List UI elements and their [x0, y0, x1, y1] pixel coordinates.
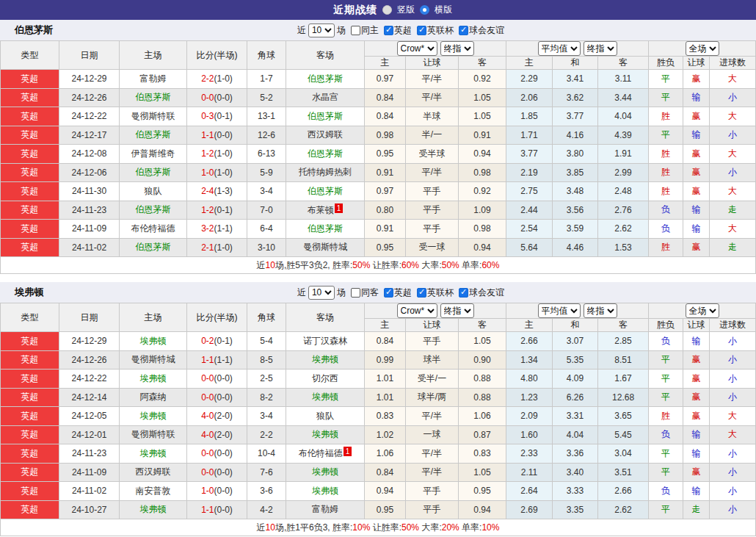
- away-team: 埃弗顿: [286, 350, 365, 370]
- fulltime-select[interactable]: 全场: [686, 41, 719, 56]
- handicap-odds-home: 0.84: [365, 332, 406, 351]
- home-team: 曼彻斯特城: [120, 350, 187, 370]
- match-row: 英超24-12-26曼彻斯特城1-1(1-1)8-5埃弗顿0.99球半0.901…: [1, 350, 756, 370]
- league-epl-checkbox[interactable]: [384, 26, 393, 35]
- league-epl-checkbox[interactable]: [384, 288, 393, 298]
- match-row: 英超24-10-27埃弗顿1-1(0-0)4-2富勒姆0.95平手0.942.6…: [1, 500, 756, 519]
- league-epl-label[interactable]: 英超: [394, 286, 412, 299]
- away-team: 切尔西: [286, 370, 365, 389]
- league-type-badge: 英超: [1, 463, 59, 482]
- league-cup-label[interactable]: 英联杯: [427, 24, 454, 37]
- odds-source-select[interactable]: Crow*: [397, 41, 437, 56]
- result-cell: 赢: [683, 163, 710, 182]
- same-venue-label[interactable]: 同主: [361, 24, 379, 37]
- horizontal-layout-radio[interactable]: [420, 5, 429, 15]
- section-header-everton: 埃弗顿 近 10 场 同客 英超 英联杯 球会友谊: [0, 282, 756, 303]
- recent-count-select[interactable]: 10: [308, 286, 335, 300]
- handicap-odds-away: 1.05: [459, 107, 506, 126]
- result-cell: 胜: [649, 407, 683, 426]
- average-select[interactable]: 平均值: [538, 303, 581, 318]
- vertical-layout-radio[interactable]: [382, 5, 392, 15]
- col-wdl: 胜负: [649, 57, 683, 70]
- odds-time-select[interactable]: 终指: [440, 303, 474, 318]
- avg-odds-home: 2.19: [506, 163, 553, 182]
- handicap-line: 球半: [406, 350, 459, 370]
- handicap-line: 球半/两: [406, 388, 459, 407]
- col-hcp-away: 客: [459, 319, 506, 332]
- avg-odds-draw: 4.16: [553, 126, 598, 145]
- average-select[interactable]: 平均值: [538, 41, 581, 56]
- col-hcp-home: 主: [365, 57, 406, 70]
- result-cell: 小: [710, 463, 756, 482]
- match-row: 英超24-12-01曼彻斯特联4-0(2-0)2-2埃弗顿1.02一球0.871…: [1, 425, 756, 444]
- league-type-badge: 英超: [1, 220, 59, 239]
- red-card-badge: 1: [344, 447, 352, 456]
- handicap-line: 平手: [406, 332, 459, 351]
- match-score: 1-0(0-0): [187, 482, 247, 501]
- handicap-odds-home: 0.95: [365, 145, 406, 164]
- avg-odds-draw: 3.48: [553, 182, 598, 201]
- odds-time-select[interactable]: 终指: [440, 41, 474, 56]
- match-score: 0-0(0-0): [187, 88, 247, 107]
- league-friendly-label[interactable]: 球会友谊: [469, 286, 504, 299]
- corner-score: 7-0: [247, 201, 286, 220]
- handicap-line: 受半球: [406, 145, 459, 164]
- match-date: 24-12-29: [59, 332, 120, 351]
- result-cell: 输: [683, 201, 710, 220]
- match-score: 0-2(0-1): [187, 332, 247, 351]
- same-venue-checkbox[interactable]: [351, 288, 360, 298]
- league-cup-checkbox[interactable]: [417, 288, 426, 298]
- handicap-odds-away: 0.98: [459, 163, 506, 182]
- match-date: 24-10-27: [59, 500, 120, 519]
- result-cell: 平: [649, 370, 683, 389]
- result-cell: 平: [649, 388, 683, 407]
- filter-bar: 近 10 场 同客 英超 英联杯 球会友谊: [297, 286, 504, 300]
- col-avg-away: 客: [598, 57, 649, 70]
- league-friendly-label[interactable]: 球会友谊: [469, 24, 504, 37]
- league-friendly-checkbox[interactable]: [459, 26, 468, 35]
- average-time-select[interactable]: 终指: [584, 41, 617, 56]
- match-row: 英超24-12-26伯恩茅斯0-0(0-0)5-2水晶宫0.84平/半1.052…: [1, 88, 756, 107]
- result-cell: 走: [710, 201, 756, 220]
- same-venue-label[interactable]: 同客: [361, 286, 379, 299]
- recent-count-select[interactable]: 10: [308, 24, 335, 37]
- results-table-everton: 类型 日期 主场 比分(半场) 角球 客场 Crow*终指 平均值终指 全场 主…: [0, 303, 756, 536]
- odds-source-select[interactable]: Crow*: [397, 303, 437, 318]
- corner-score: 3-6: [247, 482, 286, 501]
- vertical-layout-label[interactable]: 竖版: [397, 4, 415, 16]
- average-time-select[interactable]: 终指: [584, 303, 617, 318]
- match-date: 24-12-22: [59, 370, 120, 389]
- match-date: 24-12-08: [59, 145, 120, 164]
- match-row: 英超24-12-06伯恩茅斯1-0(1-0)5-9托特纳姆热刺0.91平/半0.…: [1, 163, 756, 182]
- avg-odds-draw: 3.77: [553, 107, 598, 126]
- away-team: 托特纳姆热刺: [286, 163, 365, 182]
- result-cell: 负: [649, 482, 683, 501]
- home-team: 埃弗顿: [120, 407, 187, 426]
- same-venue-checkbox[interactable]: [351, 26, 360, 35]
- league-cup-label[interactable]: 英联杯: [427, 286, 454, 299]
- result-cell: 输: [683, 444, 710, 464]
- handicap-line: 一球: [406, 425, 459, 444]
- league-cup-checkbox[interactable]: [417, 26, 426, 35]
- handicap-odds-away: 0.83: [459, 444, 506, 464]
- fulltime-select[interactable]: 全场: [686, 303, 719, 318]
- avg-odds-draw: 5.35: [553, 350, 598, 370]
- horizontal-layout-label[interactable]: 横版: [435, 4, 452, 16]
- avg-odds-draw: 4.04: [553, 425, 598, 444]
- match-date: 24-12-29: [59, 70, 120, 89]
- result-cell: 平: [649, 88, 683, 107]
- handicap-odds-away: 0.87: [459, 425, 506, 444]
- handicap-odds-home: 0.84: [365, 463, 406, 482]
- league-epl-label[interactable]: 英超: [394, 24, 412, 37]
- col-corner: 角球: [247, 41, 286, 70]
- away-team: 埃弗顿: [286, 463, 365, 482]
- league-friendly-checkbox[interactable]: [459, 288, 468, 298]
- match-score: 0-0(0-0): [187, 463, 247, 482]
- league-type-badge: 英超: [1, 370, 59, 389]
- result-cell: 胜: [649, 145, 683, 164]
- away-team: 埃弗顿: [286, 425, 365, 444]
- handicap-odds-away: 0.92: [459, 70, 506, 89]
- handicap-line: 平/半: [406, 88, 459, 107]
- result-cell: 大: [710, 107, 756, 126]
- away-team: 曼彻斯特城: [286, 238, 365, 257]
